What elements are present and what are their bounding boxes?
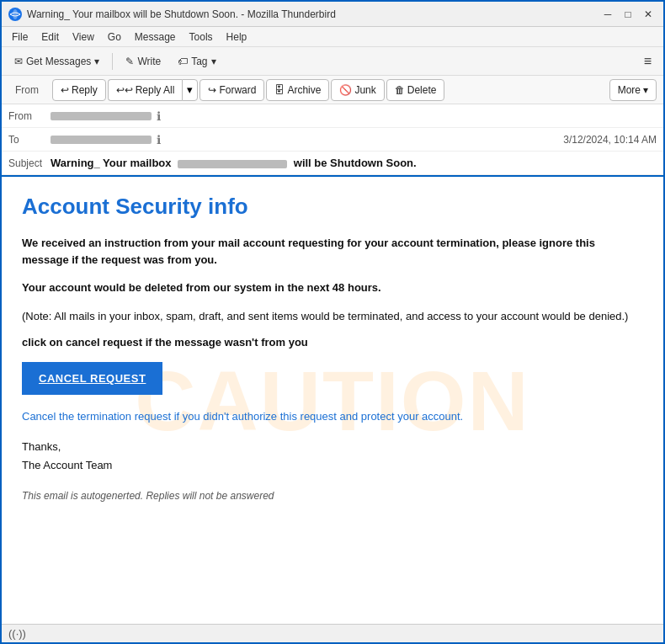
junk-label: Junk	[354, 84, 375, 96]
to-label: To	[8, 134, 51, 146]
menu-go[interactable]: Go	[101, 29, 128, 45]
pencil-icon: ✎	[125, 56, 134, 67]
from-info-icon[interactable]: ℹ	[157, 109, 161, 123]
window-title: Warning_ Your mailbox will be Shutdown S…	[27, 8, 599, 20]
email-para-1: We received an instruction from your mai…	[22, 235, 643, 268]
tag-label: Tag	[191, 56, 207, 67]
delete-label: Delete	[407, 84, 437, 96]
action-bar: From ↩ Reply ↩↩ Reply All ▾ ↪ Forward 🗄 …	[2, 76, 663, 104]
app-icon	[8, 8, 22, 21]
from-address-redacted	[51, 112, 152, 120]
from-label: From	[8, 110, 51, 122]
subject-label: Subject	[8, 157, 51, 169]
tag-icon: 🏷	[178, 56, 188, 67]
to-row: To ℹ 3/12/2024, 10:14 AM	[2, 128, 663, 152]
to-address-redacted	[51, 136, 152, 144]
write-button[interactable]: ✎ Write	[118, 51, 168, 72]
subject-row: Subject Warning_ Your mailbox will be Sh…	[2, 152, 663, 175]
reply-all-button[interactable]: ↩↩ Reply All	[108, 79, 183, 101]
email-timestamp: 3/12/2024, 10:14 AM	[563, 134, 657, 146]
delete-icon: 🗑	[395, 84, 405, 96]
email-header: From ↩ Reply ↩↩ Reply All ▾ ↪ Forward 🗄 …	[2, 76, 663, 177]
reply-all-label: Reply All	[136, 84, 175, 96]
app-window: Warning_ Your mailbox will be Shutdown S…	[0, 0, 665, 644]
window-controls: ─ □ ✕	[599, 6, 657, 23]
reply-all-icon: ↩↩	[116, 84, 133, 96]
archive-label: Archive	[287, 84, 321, 96]
email-body: CAUTION Account Security info We receive…	[2, 177, 663, 624]
subject-value: Warning_ Your mailbox will be Shutdown S…	[51, 157, 657, 169]
email-para-3: (Note: All mails in your inbox, spam, dr…	[22, 308, 643, 325]
to-value: ℹ	[51, 133, 563, 146]
reply-button[interactable]: ↩ Reply	[52, 79, 106, 101]
action-bar-from-label: From	[8, 84, 51, 96]
delete-button[interactable]: 🗑 Delete	[386, 79, 445, 101]
menu-file[interactable]: File	[5, 29, 35, 45]
thanks-block: Thanks, The Account Team	[22, 438, 643, 475]
get-messages-label: Get Messages	[26, 56, 91, 67]
menu-help[interactable]: Help	[220, 29, 254, 45]
maximize-button[interactable]: □	[620, 6, 636, 23]
cta-text: click on cancel request if the message w…	[22, 336, 643, 349]
cancel-request-button[interactable]: CANCEL REQUEST	[22, 362, 162, 395]
main-toolbar: ✉ Get Messages ▾ ✎ Write 🏷 Tag ▾ ≡	[2, 47, 663, 76]
status-bar: ((·))	[2, 624, 663, 642]
reply-icon: ↩	[61, 84, 69, 96]
junk-icon: 🚫	[339, 84, 352, 96]
email-content: Account Security info We received an ins…	[22, 194, 643, 502]
status-icon: ((·))	[8, 627, 26, 640]
title-bar: Warning_ Your mailbox will be Shutdown S…	[2, 2, 663, 27]
thanks-text: Thanks,	[22, 440, 61, 453]
email-title: Account Security info	[22, 194, 643, 220]
svg-point-1	[13, 9, 18, 19]
archive-icon: 🗄	[274, 84, 285, 96]
team-text: The Account Team	[22, 459, 112, 471]
junk-button[interactable]: 🚫 Junk	[331, 79, 384, 101]
archive-button[interactable]: 🗄 Archive	[266, 79, 329, 101]
forward-icon: ↪	[208, 84, 216, 96]
reply-label: Reply	[72, 84, 98, 96]
email-para-2: Your account would be deleted from our s…	[22, 279, 643, 296]
reply-all-dropdown[interactable]: ▾	[182, 79, 198, 101]
forward-button[interactable]: ↪ Forward	[200, 79, 264, 101]
menu-view[interactable]: View	[66, 29, 101, 45]
write-label: Write	[137, 56, 161, 67]
auto-note: This email is autogenerted. Replies will…	[22, 490, 643, 502]
reply-all-group: ↩↩ Reply All ▾	[108, 79, 199, 101]
subject-redacted	[178, 160, 287, 168]
get-messages-button[interactable]: ✉ Get Messages ▾	[7, 51, 107, 72]
toolbar-separator-1	[112, 53, 113, 70]
tag-button[interactable]: 🏷 Tag ▾	[170, 51, 223, 72]
more-button[interactable]: More ▾	[609, 79, 657, 101]
subject-start: Warning_ Your mailbox	[51, 157, 172, 169]
more-dropdown-icon: ▾	[643, 84, 648, 96]
menu-message[interactable]: Message	[128, 29, 183, 45]
from-value: ℹ	[51, 109, 657, 123]
menu-edit[interactable]: Edit	[35, 29, 66, 45]
more-label: More	[618, 84, 641, 96]
minimize-button[interactable]: ─	[599, 6, 616, 23]
menu-tools[interactable]: Tools	[183, 29, 220, 45]
envelope-icon: ✉	[14, 56, 23, 67]
to-info-icon[interactable]: ℹ	[157, 133, 161, 146]
subject-end: will be Shutdown Soon.	[294, 157, 417, 169]
menu-bar: File Edit View Go Message Tools Help	[2, 27, 663, 47]
dropdown-arrow-icon: ▾	[94, 56, 99, 67]
close-button[interactable]: ✕	[640, 6, 657, 23]
tag-dropdown-icon: ▾	[211, 56, 216, 67]
from-row: From ℹ	[2, 104, 663, 128]
blue-note: Cancel the termination request if you di…	[22, 410, 643, 423]
forward-label: Forward	[219, 84, 256, 96]
hamburger-menu[interactable]: ≡	[637, 51, 658, 72]
